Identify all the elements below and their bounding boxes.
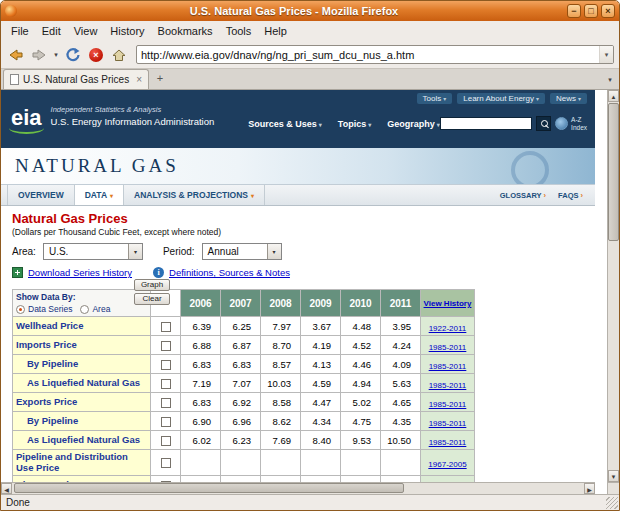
search-input[interactable] (440, 117, 532, 130)
maximize-button[interactable]: □ (584, 4, 598, 18)
vertical-scrollbar[interactable]: ▲ ▼ (607, 90, 619, 482)
history-cell: 1985-2011 (421, 355, 475, 374)
value-cell: 6.90 (181, 412, 221, 431)
menu-tools[interactable]: Tools (220, 23, 258, 39)
value-cell: 8.58 (261, 393, 301, 412)
row-label: As Liquefied Natural Gas (13, 431, 151, 450)
row-checkbox[interactable] (161, 322, 171, 332)
window-titlebar[interactable]: U.S. Natural Gas Prices - Mozilla Firefo… (1, 1, 619, 21)
eia-org-name: U.S. Energy Information Administration (51, 116, 215, 127)
history-link[interactable]: 1985-2011 (429, 438, 467, 447)
download-series-history-link[interactable]: Download Series History (28, 267, 132, 278)
scroll-right-icon[interactable]: ▶ (584, 483, 595, 494)
scroll-up-icon[interactable]: ▲ (608, 90, 619, 102)
history-link[interactable]: 1985-2011 (429, 362, 467, 371)
forward-button[interactable] (29, 44, 49, 66)
nav-geography[interactable]: Geography▾ (387, 119, 440, 129)
url-bar[interactable]: http://www.eia.gov/dnav/ng/ng_pri_sum_dc… (136, 45, 614, 64)
utility-learn-about-energy[interactable]: Learn About Energy▾ (457, 93, 545, 104)
tab-data[interactable]: DATA▾ (75, 185, 124, 205)
history-link[interactable]: 1967-2005 (428, 460, 466, 469)
definitions-sources-notes-link[interactable]: Definitions, Sources & Notes (169, 267, 290, 278)
tab-list-dropdown[interactable]: ▾ (603, 71, 617, 89)
faqs-link[interactable]: FAQS› (558, 191, 583, 200)
scroll-down-icon[interactable]: ▼ (608, 470, 619, 482)
resize-grip[interactable] (606, 497, 618, 509)
history-link[interactable]: 1985-2011 (429, 400, 467, 409)
history-link[interactable]: 1985-2011 (429, 419, 467, 428)
utility-news[interactable]: News▾ (550, 93, 587, 104)
row-checkbox[interactable] (161, 417, 171, 427)
row-label: Imports Price (13, 336, 151, 355)
chevron-icon: › (544, 191, 547, 200)
nav-sources-and-uses[interactable]: Sources & Uses▾ (248, 119, 322, 129)
value-cell (261, 450, 301, 476)
horizontal-scroll-thumb[interactable] (14, 483, 404, 493)
chevron-icon: › (581, 191, 584, 200)
year-column-header: 2010 (341, 290, 381, 317)
history-link[interactable]: 1922-2011 (429, 324, 467, 333)
new-tab-button[interactable]: + (152, 71, 168, 87)
search-button[interactable] (536, 116, 551, 131)
radio-area[interactable] (80, 305, 89, 314)
value-cell: 5.62 (381, 475, 421, 482)
home-icon (111, 47, 127, 63)
stop-button[interactable]: × (86, 44, 106, 66)
close-button[interactable]: × (601, 4, 615, 18)
tab-us-natural-gas-prices[interactable]: U.S. Natural Gas Prices × (3, 69, 149, 89)
value-cell: 8.62 (261, 412, 301, 431)
back-button[interactable] (6, 44, 26, 66)
tab-close-icon[interactable]: × (136, 75, 142, 85)
url-history-dropdown[interactable]: ▾ (599, 46, 613, 63)
value-cell: 6.87 (221, 336, 261, 355)
value-cell: 6.96 (221, 412, 261, 431)
reload-button[interactable] (63, 44, 83, 66)
main-content: Natural Gas Prices (Dollars per Thousand… (1, 206, 595, 482)
tab-analysis-projections[interactable]: ANALYSIS & PROJECTIONS▾ (124, 185, 265, 205)
menu-help[interactable]: Help (258, 23, 293, 39)
clear-button[interactable]: Clear (134, 293, 170, 305)
vertical-scroll-thumb[interactable] (608, 103, 619, 241)
period-select[interactable]: Annual ▾ (202, 243, 282, 260)
home-button[interactable] (109, 44, 129, 66)
menu-bookmarks[interactable]: Bookmarks (152, 23, 219, 39)
period-label: Period: (163, 246, 195, 257)
radio-data-series[interactable] (16, 305, 25, 314)
row-checkbox[interactable] (161, 341, 171, 351)
menu-edit[interactable]: Edit (36, 23, 67, 39)
scroll-left-icon[interactable]: ◀ (1, 483, 12, 494)
row-checkbox[interactable] (161, 398, 171, 408)
value-cell: 7.07 (221, 374, 261, 393)
minimize-button[interactable]: − (567, 4, 581, 18)
caret-down-icon[interactable]: ▾ (128, 244, 142, 259)
nav-topics[interactable]: Topics▾ (338, 119, 371, 129)
graph-button[interactable]: Graph (134, 279, 170, 291)
value-cell: 6.02 (181, 431, 221, 450)
menu-history[interactable]: History (104, 23, 150, 39)
az-index-link[interactable]: A-Z Index (555, 116, 587, 131)
history-link[interactable]: 1985-2011 (429, 343, 467, 352)
back-forward-dropdown[interactable]: ▾ (52, 51, 60, 59)
glossary-link[interactable]: GLOSSARY› (500, 191, 546, 200)
value-cell: 10.03 (261, 374, 301, 393)
utility-tools[interactable]: Tools▾ (417, 93, 453, 104)
menu-file[interactable]: File (5, 23, 35, 39)
tab-title: U.S. Natural Gas Prices (23, 74, 129, 85)
url-text[interactable]: http://www.eia.gov/dnav/ng/ng_pri_sum_dc… (141, 49, 599, 61)
table-row: Imports Price6.886.878.704.194.524.24198… (13, 336, 475, 355)
tab-overview[interactable]: OVERVIEW (7, 185, 75, 205)
row-checkbox[interactable] (161, 360, 171, 370)
firefox-window: U.S. Natural Gas Prices - Mozilla Firefo… (0, 0, 620, 511)
horizontal-scrollbar[interactable]: ◀ ▶ (1, 482, 595, 494)
menu-view[interactable]: View (68, 23, 104, 39)
stop-icon: × (89, 48, 103, 62)
caret-down-icon[interactable]: ▾ (267, 244, 281, 259)
area-select[interactable]: U.S. ▾ (43, 243, 143, 260)
history-link[interactable]: 1985-2011 (429, 381, 467, 390)
row-checkbox[interactable] (161, 379, 171, 389)
row-checkbox[interactable] (161, 458, 171, 468)
value-cell (221, 450, 261, 476)
row-checkbox[interactable] (161, 436, 171, 446)
eia-logo[interactable]: eia (11, 107, 42, 129)
table-row: Wellhead Price6.396.257.973.674.483.9519… (13, 317, 475, 336)
